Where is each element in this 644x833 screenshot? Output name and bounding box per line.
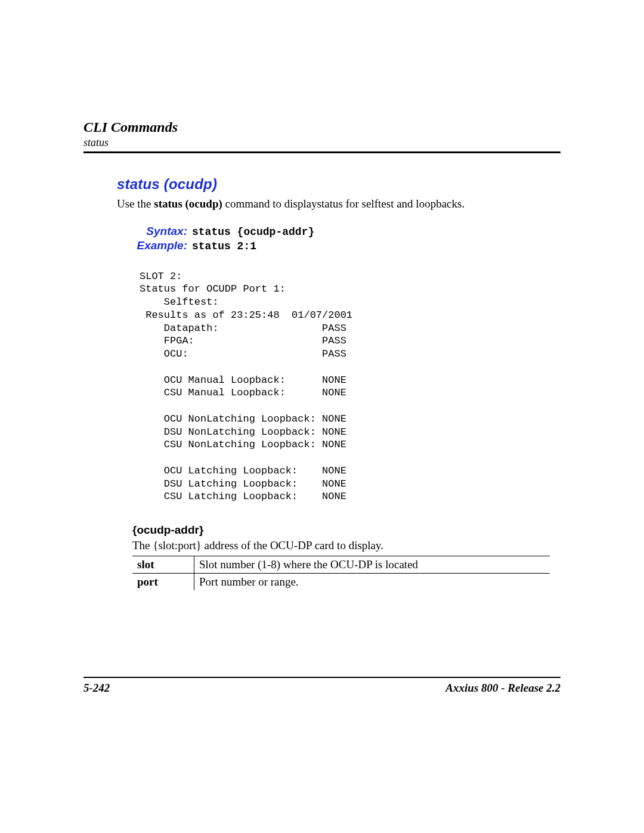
example-label: Example:: [117, 239, 192, 252]
section-intro: Use the status (ocudp) command to displa…: [117, 196, 561, 212]
product-release: Axxius 800 - Release 2.2: [445, 682, 561, 695]
page-number: 5-242: [83, 682, 110, 695]
param-desc: The {slot:port} address of the OCU-DP ca…: [132, 539, 561, 552]
header-rule: [83, 151, 561, 153]
param-val: Slot number (1-8) where the OCU-DP is lo…: [194, 556, 550, 574]
page-content: CLI Commands status status (ocudp) Use t…: [83, 119, 561, 590]
page-footer: 5-242 Axxius 800 - Release 2.2: [83, 677, 561, 695]
intro-prefix: Use the: [117, 197, 154, 210]
table-row: slot Slot number (1-8) where the OCU-DP …: [132, 556, 550, 574]
footer-row: 5-242 Axxius 800 - Release 2.2: [83, 682, 561, 695]
syntax-block: Syntax: status {ocudp-addr} Example: sta…: [117, 225, 561, 252]
section-title: status (ocudp): [117, 176, 561, 193]
param-heading: {ocudp-addr}: [132, 524, 561, 537]
example-code: status 2:1: [192, 240, 256, 252]
param-val: Port number or range.: [194, 574, 550, 591]
syntax-code: status {ocudp-addr}: [192, 226, 314, 238]
chapter-title: CLI Commands: [83, 119, 561, 135]
param-table: slot Slot number (1-8) where the OCU-DP …: [132, 556, 550, 590]
footer-rule: [83, 677, 561, 678]
command-output: SLOT 2: Status for OCUDP Port 1: Selftes…: [140, 270, 561, 504]
sub-title: status: [83, 137, 561, 149]
syntax-label: Syntax:: [117, 225, 192, 238]
param-key: slot: [132, 556, 194, 574]
syntax-line: Syntax: status {ocudp-addr}: [117, 225, 561, 238]
table-row: port Port number or range.: [132, 574, 550, 591]
param-key: port: [132, 574, 194, 591]
intro-bold: status (ocudp): [154, 197, 222, 210]
intro-suffix: command to displaystatus for selftest an…: [222, 197, 465, 210]
example-line: Example: status 2:1: [117, 239, 561, 252]
